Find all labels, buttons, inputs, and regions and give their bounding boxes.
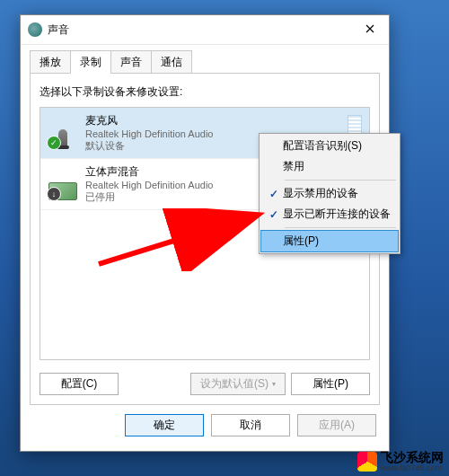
menu-disable[interactable]: 禁用	[261, 156, 398, 177]
panel-button-row: 配置(C) 设为默认值(S) 属性(P)	[40, 373, 370, 395]
menu-label: 属性(P)	[283, 234, 392, 249]
properties-button[interactable]: 属性(P)	[291, 373, 370, 395]
disabled-badge-icon	[47, 187, 61, 201]
watermark-logo-icon	[357, 452, 377, 472]
mic-icon	[48, 117, 78, 149]
configure-button[interactable]: 配置(C)	[40, 373, 119, 395]
sound-card-icon	[48, 168, 78, 200]
cancel-button[interactable]: 取消	[211, 414, 290, 436]
menu-label: 显示禁用的设备	[283, 186, 392, 201]
titlebar: 声音	[21, 15, 389, 45]
menu-show-disabled[interactable]: ✓ 显示禁用的设备	[261, 183, 398, 204]
dialog-button-row: 确定 取消 应用(A)	[21, 410, 389, 445]
apply-button[interactable]: 应用(A)	[297, 414, 376, 436]
device-name: 麦克风	[85, 113, 342, 128]
close-button[interactable]	[351, 15, 389, 42]
watermark-url: www.fs0745.com	[381, 463, 444, 472]
menu-properties[interactable]: 属性(P)	[260, 230, 399, 252]
tab-strip: 播放 录制 声音 通信	[21, 45, 389, 74]
default-badge-icon	[47, 136, 61, 150]
tab-communications[interactable]: 通信	[151, 50, 192, 74]
watermark-name: 飞沙系统网	[381, 451, 444, 463]
window-title: 声音	[48, 22, 69, 38]
check-icon: ✓	[269, 188, 278, 200]
set-default-button[interactable]: 设为默认值(S)	[190, 373, 286, 395]
menu-configure-speech[interactable]: 配置语音识别(S)	[261, 136, 398, 156]
context-menu: 配置语音识别(S) 禁用 ✓ 显示禁用的设备 ✓ 显示已断开连接的设备 属性(P…	[259, 133, 401, 254]
tab-playback[interactable]: 播放	[30, 50, 71, 74]
instruction-text: 选择以下录制设备来修改设置:	[40, 84, 370, 100]
menu-separator	[285, 180, 396, 181]
sound-icon	[28, 22, 42, 37]
tab-recording[interactable]: 录制	[70, 50, 111, 74]
watermark: 飞沙系统网 www.fs0745.com	[357, 451, 444, 472]
tab-sounds[interactable]: 声音	[110, 50, 152, 74]
check-icon: ✓	[269, 208, 278, 221]
menu-label: 禁用	[283, 159, 392, 174]
menu-separator	[285, 227, 396, 228]
menu-show-disconnected[interactable]: ✓ 显示已断开连接的设备	[261, 204, 398, 225]
close-icon	[365, 24, 374, 33]
ok-button[interactable]: 确定	[125, 414, 204, 436]
menu-label: 显示已断开连接的设备	[283, 207, 392, 222]
menu-label: 配置语音识别(S)	[283, 138, 392, 154]
